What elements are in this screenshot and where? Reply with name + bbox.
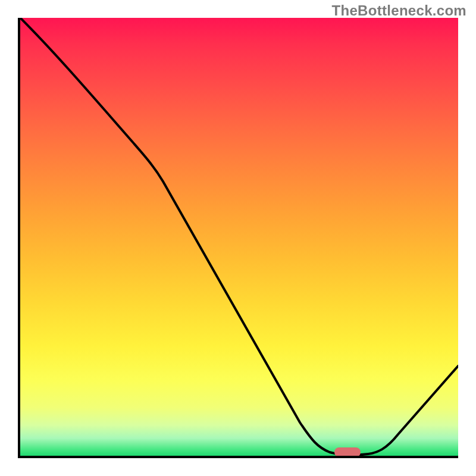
plot-area [18,18,458,458]
watermark-text: TheBottleneck.com [332,2,466,19]
curve-path [20,18,458,455]
optimal-marker [334,447,361,457]
bottleneck-curve [20,18,458,456]
bottleneck-chart: TheBottleneck.com [0,0,476,476]
